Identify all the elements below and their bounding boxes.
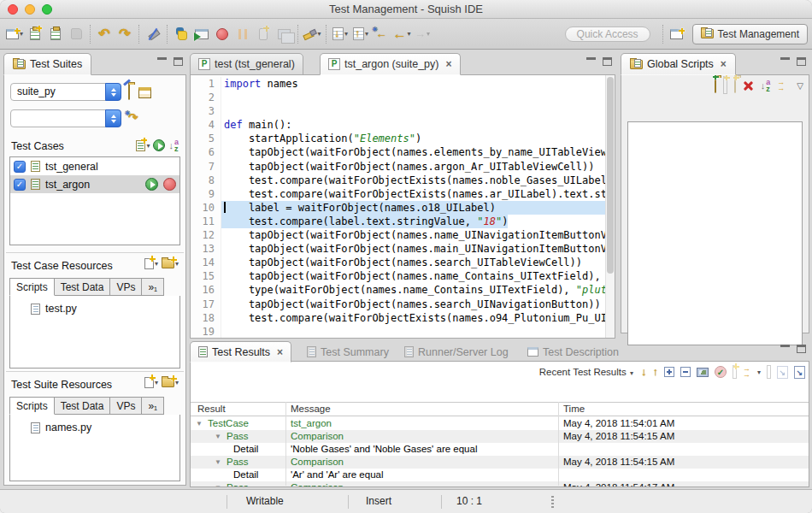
- code-line[interactable]: 11 test.compare(label.text.stringValue, …: [191, 215, 605, 228]
- tab-global-scripts[interactable]: Global Scripts ×: [621, 53, 736, 75]
- perspective-test-management-button[interactable]: Test Management: [692, 24, 808, 44]
- last-edit-location-button[interactable]: ✳←: [372, 23, 391, 45]
- code-line[interactable]: 8 test.compare(waitForObjectExists(names…: [191, 174, 605, 187]
- tab-test-data[interactable]: Test Data: [55, 397, 111, 415]
- code-line[interactable]: 4def main():: [191, 118, 605, 132]
- code-line[interactable]: 3: [191, 104, 605, 118]
- next-result-button[interactable]: ↓: [641, 365, 647, 379]
- resource-file-names-py[interactable]: names.py: [10, 415, 179, 433]
- run-test-suite-button[interactable]: [153, 139, 165, 151]
- open-test-suite-button[interactable]: [46, 23, 65, 45]
- record-test-case-button[interactable]: [163, 178, 176, 191]
- back-button[interactable]: ←▾: [392, 23, 411, 45]
- minimize-view-icon[interactable]: [780, 345, 790, 353]
- code-line[interactable]: 18 test.compare(waitForObjectExists(name…: [191, 311, 605, 325]
- minimize-view-icon[interactable]: [157, 57, 167, 66]
- screenshots-button[interactable]: [697, 368, 709, 377]
- close-view-icon[interactable]: ×: [721, 58, 727, 70]
- previous-result-button[interactable]: ↑: [652, 365, 658, 379]
- expand-all-button[interactable]: [664, 367, 674, 377]
- suite-select-combo[interactable]: suite_py: [10, 83, 121, 101]
- maximize-view-icon[interactable]: [797, 345, 806, 353]
- code-line[interactable]: 19: [191, 325, 605, 338]
- code-line[interactable]: 7 tapObject(waitForObject(names.argon_Ar…: [191, 160, 605, 174]
- statusbar-grip[interactable]: [551, 496, 554, 508]
- result-row-testcase[interactable]: ▼ TestCasetst_argonMay 4, 2018 11:54:01 …: [191, 417, 809, 430]
- expander-icon[interactable]: ▼: [215, 481, 221, 486]
- open-perspective-button[interactable]: [668, 23, 686, 45]
- sort-button[interactable]: ↓az: [761, 79, 771, 92]
- verification-point-button[interactable]: ✓: [715, 366, 727, 378]
- new-test-case-button[interactable]: ▾: [136, 140, 150, 151]
- recent-test-results-dropdown[interactable]: Recent Test Results ▾: [539, 367, 633, 377]
- tab-overflow[interactable]: »₁: [142, 397, 164, 415]
- expander-icon[interactable]: ▼: [215, 456, 221, 469]
- tab-overflow[interactable]: »₁: [142, 278, 164, 296]
- editor-vertical-scrollbar[interactable]: [605, 75, 615, 338]
- code-line[interactable]: 2: [191, 91, 605, 104]
- code-line[interactable]: 13 tapObject(waitForObject(names.main_UI…: [191, 242, 605, 256]
- dropdown-caret-icon[interactable]: ▾: [365, 30, 368, 38]
- code-line[interactable]: 14 tapObject(waitForObject(names.search_…: [191, 256, 605, 269]
- delete-button[interactable]: [743, 80, 754, 91]
- checkbox-checked-icon[interactable]: ✓: [14, 161, 26, 173]
- result-row-detail[interactable]: Detail'Noble Gases' and 'Noble Gases' ar…: [191, 443, 809, 456]
- close-tab-icon[interactable]: ×: [445, 58, 451, 70]
- filter-combo[interactable]: [10, 109, 121, 127]
- code-line[interactable]: 1import names: [191, 77, 605, 91]
- mark-occurrences-button[interactable]: ▾: [303, 23, 321, 45]
- result-row-pass[interactable]: ▼ PassComparisonMay 4, 2018 11:54:15 AM: [191, 430, 809, 443]
- code-line[interactable]: 16 type(waitForObject(names.name_Contain…: [191, 283, 605, 297]
- column-header-result[interactable]: Result: [197, 404, 226, 414]
- resource-file-test-py[interactable]: test.py: [10, 296, 179, 315]
- code-line[interactable]: 9 test.compare(waitForObjectExists(names…: [191, 187, 605, 201]
- tab-runner-server-log[interactable]: Runner/Server Log: [397, 341, 516, 363]
- code-line[interactable]: 6 tapObject(waitForObject(names.elements…: [191, 145, 605, 159]
- global-scripts-list[interactable]: [627, 121, 803, 345]
- spy-button[interactable]: [144, 23, 162, 45]
- checkbox-checked-icon[interactable]: ✓: [14, 179, 26, 191]
- new-resource-file-button[interactable]: ▾: [144, 377, 158, 388]
- object-map-button[interactable]: [128, 85, 130, 100]
- tab-test-summary[interactable]: Test Summary: [299, 341, 397, 363]
- filter-results-button[interactable]: →→: [743, 366, 750, 378]
- dropdown-caret-icon[interactable]: ▾: [317, 30, 321, 38]
- test-case-row-tst-general[interactable]: ✓ tst_general: [10, 157, 179, 175]
- close-view-icon[interactable]: ×: [277, 346, 283, 358]
- suite-settings-button[interactable]: [138, 87, 151, 98]
- column-header-message[interactable]: Message: [291, 404, 331, 414]
- expander-icon[interactable]: ▼: [196, 417, 203, 430]
- python-console-button[interactable]: [172, 23, 191, 45]
- new-test-case-button[interactable]: [26, 23, 44, 45]
- add-global-script-dir-button[interactable]: [715, 78, 716, 93]
- minimize-view-icon[interactable]: [780, 57, 790, 66]
- new-test-suite-button[interactable]: ▾: [5, 23, 24, 45]
- previous-annotation-button[interactable]: ↑▾: [351, 23, 370, 45]
- editor-tab-test-tst-general[interactable]: P test (tst_general): [190, 53, 303, 75]
- result-row-detail[interactable]: Detail'Ar' and 'Ar' are equal: [191, 469, 809, 481]
- new-resource-folder-button[interactable]: ▾: [162, 378, 179, 387]
- run-test-case-button[interactable]: [145, 178, 158, 191]
- link-with-editor-button[interactable]: →→: [777, 80, 785, 91]
- code-line[interactable]: 5 startApplication("Elements"): [191, 132, 605, 145]
- code-line[interactable]: 17 tapObject(waitForObject(names.search_…: [191, 298, 605, 311]
- minimize-view-icon[interactable]: [586, 57, 596, 66]
- editor-tab-tst-argon[interactable]: P tst_argon (suite_py) ×: [320, 53, 461, 75]
- collapse-all-button[interactable]: [680, 367, 691, 377]
- combo-stepper-icon[interactable]: [105, 109, 121, 127]
- redo-button[interactable]: ↷: [115, 23, 134, 45]
- code-line[interactable]: 10 label = waitForObject(names.o18_UILab…: [191, 201, 605, 215]
- tab-test-suites[interactable]: Test Suites: [3, 53, 91, 75]
- code-line[interactable]: 12 tapObject(waitForObject(names.name_UI…: [191, 228, 605, 242]
- undo-button[interactable]: ↶: [95, 23, 114, 45]
- result-row-pass[interactable]: ▼ PassComparisonMay 4, 2018 11:54:15 AM: [191, 456, 809, 469]
- maximize-view-icon[interactable]: [174, 57, 183, 66]
- record-button[interactable]: [213, 23, 232, 45]
- tab-test-data[interactable]: Test Data: [55, 278, 111, 296]
- tab-scripts[interactable]: Scripts: [9, 278, 55, 296]
- expander-icon[interactable]: ▼: [215, 430, 221, 443]
- tab-test-description[interactable]: Test Description: [520, 341, 627, 363]
- sort-test-cases-button[interactable]: ↓az: [168, 139, 179, 152]
- new-resource-file-button[interactable]: ▾: [144, 258, 158, 269]
- combo-stepper-icon[interactable]: [105, 83, 121, 101]
